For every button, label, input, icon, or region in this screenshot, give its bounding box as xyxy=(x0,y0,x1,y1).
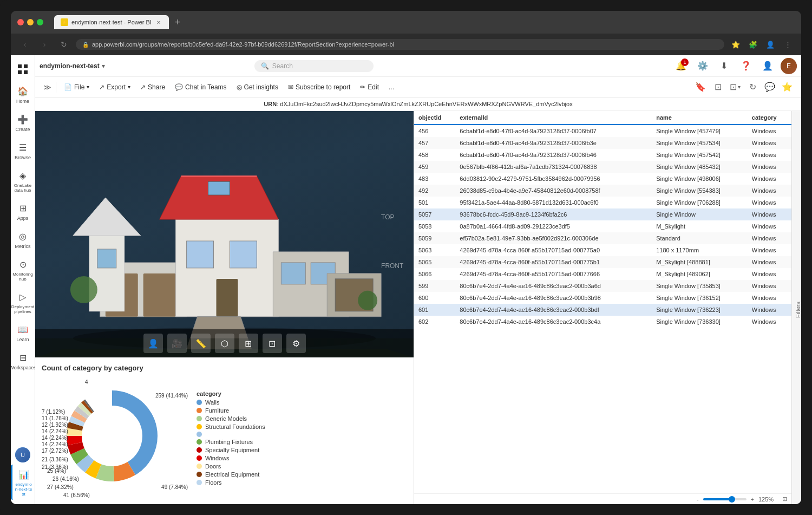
table-row[interactable]: 4586cbabf1d-e8d0-47f0-ac4d-9a7923128d37-… xyxy=(414,149,791,161)
table-row[interactable]: 50634269d745-d78a-4cca-860f-a55b170715ad… xyxy=(414,244,791,256)
forward-button[interactable]: › xyxy=(37,37,52,52)
sidebar-item-home[interactable]: 🏠 Home xyxy=(11,81,35,107)
download-button[interactable]: ⬇ xyxy=(716,57,733,75)
table-row[interactable]: 4576cbabf1d-e8d0-47f0-ac4d-9a7923128d37-… xyxy=(414,137,791,149)
reload-button[interactable]: ↻ xyxy=(56,37,71,52)
data-table[interactable]: objectid externalId name category 4566cb… xyxy=(414,111,791,493)
refresh-button[interactable]: ↻ xyxy=(745,80,760,95)
toolbar: ≫ 📄 File ▾ ↗ Export ▾ ↗ Share xyxy=(35,77,801,97)
legend-title: category xyxy=(197,390,407,397)
table-cell-name: Single Window [736223] xyxy=(652,304,748,316)
table-row[interactable]: 50195f3421a-5ae4-44aa-8d80-6871d132d631-… xyxy=(414,197,791,208)
table-row[interactable]: 50664269d745-d78a-4cca-860f-a55b170715ad… xyxy=(414,268,791,280)
comment-button[interactable]: 💬 xyxy=(762,80,777,95)
filters-panel[interactable]: Filters xyxy=(791,111,801,504)
bookmark-report-button[interactable]: 🔖 xyxy=(693,80,708,95)
filters-label: Filters xyxy=(795,302,801,318)
table-row[interactable]: 49226038d85-c9ba-4b4e-a9e7-45840812e60d-… xyxy=(414,185,791,197)
back-button[interactable]: ‹ xyxy=(17,37,32,52)
sidebar-item-apps[interactable]: ⊞ Apps xyxy=(11,198,35,224)
person-view-button[interactable]: 👤 xyxy=(143,334,163,353)
sidebar-item-browse[interactable]: ☰ Browse xyxy=(11,138,35,164)
sidebar-item-metrics[interactable]: ◎ Metrics xyxy=(11,226,35,252)
table-cell-category: Windows xyxy=(748,280,791,292)
close-button[interactable] xyxy=(17,19,24,25)
fullscreen-button[interactable]: ⭐ xyxy=(780,80,795,95)
sidebar-item-monitoring[interactable]: ⊙ Monitoring hub xyxy=(11,255,35,285)
col-header-name[interactable]: name xyxy=(652,111,748,125)
sidebar-item-onelake[interactable]: ◈ OneLake data hub xyxy=(11,166,35,196)
edit-button[interactable]: ✏ Edit xyxy=(356,81,383,93)
measure-button[interactable]: 📏 xyxy=(191,334,211,353)
zoom-slider[interactable] xyxy=(703,498,746,500)
table-row[interactable]: 50654269d745-d78a-4cca-860f-a55b170715ad… xyxy=(414,256,791,268)
table-cell-category: Windows xyxy=(748,232,791,244)
help-button[interactable]: ❓ xyxy=(737,57,755,75)
table-cell-name: Single Window xyxy=(652,208,748,220)
header-avatar[interactable]: E xyxy=(781,58,797,74)
notifications-button[interactable]: 🔔 1 xyxy=(672,57,690,75)
tab-close-button[interactable]: ✕ xyxy=(155,18,162,26)
user-avatar[interactable]: U xyxy=(15,447,30,462)
browser-tab[interactable]: ⚡ endymion-next-test - Power BI ✕ xyxy=(54,15,169,29)
table-row[interactable]: 505793678bc6-fcdc-45d9-8ac9-1234f6bfa2c6… xyxy=(414,208,791,220)
tree-view-button[interactable]: ⊞ xyxy=(239,334,258,353)
camera-button[interactable]: 🎥 xyxy=(167,334,187,353)
zoom-plus[interactable]: + xyxy=(751,496,754,503)
table-row[interactable]: 5059ef57b02a-5e81-49e7-93bb-ae5f002d921c… xyxy=(414,232,791,244)
col-header-externalid[interactable]: externalId xyxy=(455,111,652,125)
table-row[interactable]: 4590e567bfb-4f86-412b-af6a-7a1cdb731324-… xyxy=(414,161,791,173)
minimize-button[interactable] xyxy=(27,19,34,25)
settings-button[interactable]: ⚙️ xyxy=(694,57,711,75)
table-row[interactable]: 59980c6b7e4-2dd7-4a4e-ae16-489c86c3eac2-… xyxy=(414,280,791,292)
search-container[interactable]: 🔍 Search xyxy=(254,60,374,72)
sidebar-item-workspaces[interactable]: ⊟ Workspaces xyxy=(11,348,35,374)
address-bar[interactable]: 🔒 app.powerbi.com/groups/me/reports/b0c5… xyxy=(76,39,724,50)
sidebar-item-deployment[interactable]: ▷ Deployment pipelines xyxy=(11,287,35,317)
new-tab-button[interactable]: + xyxy=(171,16,184,29)
teams-icon: 💬 xyxy=(175,83,183,91)
settings-viewer-button[interactable]: ⚙ xyxy=(286,334,306,353)
table-row[interactable]: 4836dd03812-90e2-4279-9751-5fbc3584962d-… xyxy=(414,173,791,185)
sidebar-logo[interactable] xyxy=(11,60,35,79)
zoom-minus[interactable]: - xyxy=(697,496,699,503)
table-cell-objectid: 458 xyxy=(414,149,455,161)
collapse-sidebar-button[interactable]: ≫ xyxy=(42,82,53,93)
table-row[interactable]: 4566cbabf1d-e8d0-47f0-ac4d-9a7923128d37-… xyxy=(414,125,791,137)
table-row[interactable]: 60280c6b7e4-2dd7-4a4e-ae16-489c86c3eac2-… xyxy=(414,316,791,328)
share-button[interactable]: ↗ Share xyxy=(136,81,169,93)
sidebar-item-workspace[interactable]: 📊 endymion-next-test xyxy=(11,465,35,500)
table-row[interactable]: 60180c6b7e4-2dd7-4a4e-ae16-489c86c3eac2-… xyxy=(414,304,791,316)
file-button[interactable]: 📄 File ▾ xyxy=(60,81,94,93)
sidebar-item-create[interactable]: ➕ Create xyxy=(11,109,35,135)
model-button[interactable]: ⬡ xyxy=(215,334,234,353)
subscribe-button[interactable]: ✉ Subscribe to report xyxy=(284,81,355,93)
get-insights-button[interactable]: ◎ Get insights xyxy=(232,81,283,93)
zoom-handle[interactable] xyxy=(729,496,735,503)
legend-dot xyxy=(197,408,202,413)
table-row[interactable]: 50580a87b0a1-4664-4fd8-ad09-291223ce3df5… xyxy=(414,220,791,232)
sidebar-item-learn[interactable]: 📖 Learn xyxy=(11,320,35,345)
extensions-button[interactable]: 🧩 xyxy=(746,37,760,51)
more-options-button[interactable]: ... xyxy=(384,81,398,93)
donut-chart[interactable]: 259 (41.44%) 4 49 (7.84%) 41 (6.56%) 7 (… xyxy=(42,376,188,501)
model-viewer[interactable]: TOP FRONT 👤 🎥 📏 ⬡ ⊞ ⊡ ⚙ xyxy=(35,111,414,357)
bookmark-button[interactable]: ⭐ xyxy=(729,37,743,51)
table-cell-objectid: 456 xyxy=(414,125,455,137)
export-icon: ↗ xyxy=(99,83,104,91)
col-header-category[interactable]: category xyxy=(748,111,791,125)
view-mode-button[interactable]: ⊡ xyxy=(710,80,725,95)
maximize-button[interactable] xyxy=(37,19,43,25)
fit-page-button[interactable]: ⊡ xyxy=(782,496,787,503)
legend-item-electrical: Electrical Equipment xyxy=(197,471,407,478)
col-header-objectid[interactable]: objectid xyxy=(414,111,455,125)
chat-in-teams-button[interactable]: 💬 Chat in Teams xyxy=(171,81,231,93)
scroll-down-button[interactable]: ▼ xyxy=(220,503,229,504)
account-button[interactable]: 👤 xyxy=(759,57,776,75)
table-row[interactable]: 60080c6b7e4-2dd7-4a4e-ae16-489c86c3eac2-… xyxy=(414,292,791,304)
profile-button[interactable]: 👤 xyxy=(763,37,777,51)
section-button[interactable]: ⊡ xyxy=(263,334,282,353)
view-options-button[interactable]: ⊡ ▾ xyxy=(728,80,743,95)
more-options-button[interactable]: ⋮ xyxy=(781,37,795,51)
export-button[interactable]: ↗ Export ▾ xyxy=(95,81,135,93)
